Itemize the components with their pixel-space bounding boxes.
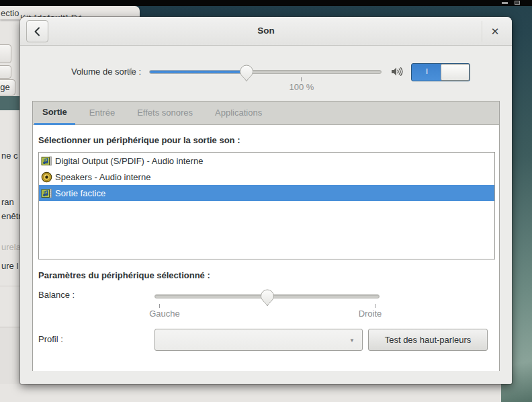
device-label: Digital Output (S/PDIF) - Audio interne [55,156,203,166]
close-icon: ✕ [491,26,500,38]
balance-left-tick [159,304,160,308]
top-black-strip [0,0,532,6]
tab-bar: Sortie Entrée Effets sonores Application… [33,102,499,125]
sound-notebook: Sortie Entrée Effets sonores Application… [32,101,500,371]
sound-dialog: Son ✕ Volume de sortie : 100 % [20,17,512,384]
maximize-icon[interactable] [515,1,520,5]
audio-card-icon [41,155,52,167]
output-device-list: Digital Output (S/PDIF) - Audio interne … [38,152,495,259]
dialog-title: Son [20,26,512,36]
volume-high-icon [391,66,403,77]
device-label: Speakers - Audio interne [55,172,150,182]
background-footer-fragment [0,327,20,384]
device-row-sortie-factice[interactable]: Sortie factice [39,185,494,201]
device-row-speakers[interactable]: Speakers - Audio interne [39,169,494,185]
tab-entree[interactable]: Entrée [81,102,123,125]
background-window-title-fragment: ectio [1,8,19,18]
balance-right-tick [375,304,375,308]
device-row-digital-output[interactable]: Digital Output (S/PDIF) - Audio interne [39,153,494,169]
background-button-ge: ge [0,79,15,95]
select-device-header: Sélectionner un périphérique pour la sor… [38,135,240,145]
headerbar-separator [482,21,482,42]
device-label: Sortie factice [55,188,105,198]
background-text-fragment: ran [1,197,14,207]
balance-right-label: Droite [340,309,400,319]
background-button-ge-label: ge [0,82,9,92]
switch-knob[interactable] [441,64,470,81]
balance-slider-handle[interactable] [260,289,275,307]
output-volume-slider[interactable] [149,70,382,74]
headerbar: Son ✕ [20,17,512,46]
test-speakers-button-label: Test des haut-parleurs [385,335,472,345]
background-button-fragment [0,65,11,79]
output-volume-slider-fill [150,71,247,73]
balance-label: Balance : [38,290,75,300]
test-speakers-button[interactable]: Test des haut-parleurs [368,329,488,351]
close-button[interactable]: ✕ [486,23,504,40]
background-text-fragment: enêtr [1,211,21,221]
tab-applications[interactable]: Applications [207,102,270,125]
background-text-fragment: ne c [1,151,18,161]
output-tab-panel: Sélectionner un périphérique pour la sor… [33,126,499,371]
minimize-icon[interactable] [502,2,508,4]
desktop: ectio Kit [default] Dé ge ne c ran enêtr… [0,0,532,402]
profile-combobox[interactable]: ▼ [154,329,363,351]
balance-left-label: Gauche [134,309,195,319]
volume-low-icon [126,66,138,77]
tab-effets-sonores[interactable]: Effets sonores [129,102,201,125]
output-mute-switch[interactable]: I [411,63,470,81]
volume-100-tick [301,77,302,81]
tab-sortie[interactable]: Sortie [34,102,75,125]
profile-label: Profil : [38,334,63,344]
background-text-fragment: urela [1,242,21,252]
volume-100-label: 100 % [275,82,328,92]
background-text-fragment: ure l [1,261,18,271]
background-selected-row-fragment [0,96,19,110]
background-button-fragment [0,44,11,63]
output-volume-slider-handle[interactable] [239,65,254,82]
speaker-icon [41,171,52,183]
background-divider [0,286,20,286]
audio-card-icon [41,188,52,199]
device-settings-header: Paramètres du périphérique sélectionné : [38,270,210,280]
chevron-down-icon: ▼ [349,337,355,344]
switch-on-glyph: I [412,67,442,75]
